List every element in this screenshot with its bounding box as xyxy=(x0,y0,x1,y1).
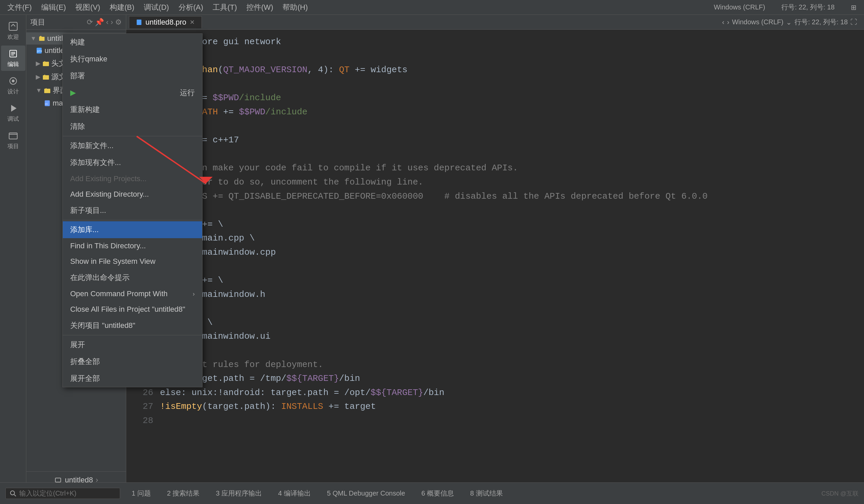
watermark: CSDN @互联 xyxy=(821,490,859,497)
ctx-run[interactable]: ▶ 运行 xyxy=(63,84,202,101)
menu-controls[interactable]: 控件(W) xyxy=(242,1,278,14)
line-ending-icon[interactable]: ⌄ xyxy=(786,18,792,26)
svg-rect-23 xyxy=(137,20,141,25)
panel-title: 项目 xyxy=(31,17,45,27)
ctx-popup-cmd[interactable]: 在此弹出命令提示 xyxy=(63,269,202,286)
menu-analyze[interactable]: 分析(A) xyxy=(174,1,208,14)
svg-rect-8 xyxy=(9,133,17,139)
ctx-show-filesystem[interactable]: Show in File System View xyxy=(63,254,202,269)
svg-text:ui: ui xyxy=(45,102,48,105)
code-line-8: CONFIG += c++17 xyxy=(133,133,857,147)
bottom-tab-qml-debug[interactable]: 5 QML Debugger Console xyxy=(322,488,410,499)
panel-next-icon[interactable]: › xyxy=(111,18,113,27)
ctx-deploy[interactable]: 部署 xyxy=(63,67,202,84)
ctx-new-subproject[interactable]: 新子项目... xyxy=(63,202,202,219)
menu-tools[interactable]: 工具(T) xyxy=(208,1,242,14)
ctx-sep-1 xyxy=(63,136,202,136)
ctx-clean[interactable]: 清除 xyxy=(63,118,202,135)
tab-close-icon[interactable]: ✕ xyxy=(190,19,195,26)
menu-build[interactable]: 构建(B) xyxy=(105,1,139,14)
code-line-22: mainwindow.ui xyxy=(133,330,857,344)
code-editor[interactable]: += core gui network greaterThan(QT_MAJOR… xyxy=(126,30,864,504)
sidebar-edit-label: 编辑 xyxy=(8,60,19,68)
bottom-tab-7-label: 测试结果 xyxy=(476,490,503,497)
bottom-tab-6-num: 6 xyxy=(421,490,425,497)
ctx-expand[interactable]: 展开 xyxy=(63,336,202,353)
panel-prev-icon[interactable]: ‹ xyxy=(106,18,108,27)
rowcol-label: 行号: 22, 列号: 18 xyxy=(794,17,848,27)
ctx-build[interactable]: 构建 xyxy=(63,34,202,51)
code-line-4 xyxy=(133,77,857,91)
bottom-tab-2-label: 搜索结果 xyxy=(172,490,200,497)
bottom-tab-problems[interactable]: 1 问题 xyxy=(127,487,156,500)
menu-help[interactable]: 帮助(H) xyxy=(278,1,313,14)
bottom-tab-search[interactable]: 2 搜索结果 xyxy=(162,487,205,500)
bottom-tab-4-label: 编译输出 xyxy=(284,490,311,497)
sidebar-debug-label: 调试 xyxy=(8,115,19,123)
ctx-rebuild[interactable]: 重新构建 xyxy=(63,101,202,118)
sidebar-item-debug[interactable]: 调试 xyxy=(1,100,25,125)
sidebar-item-project[interactable]: 项目 xyxy=(1,127,25,153)
panel-pin-icon[interactable]: 📌 xyxy=(95,18,104,27)
bottom-tab-test[interactable]: 8 测试结果 xyxy=(465,487,507,500)
sidebar-project-label: 项目 xyxy=(8,143,19,150)
svg-point-24 xyxy=(11,491,14,495)
bottom-tab-4-num: 4 xyxy=(278,490,282,497)
expand-editor-icon[interactable]: ⛶ xyxy=(851,18,857,26)
sidebar-item-edit[interactable]: 编辑 xyxy=(1,46,25,71)
bottom-tab-5-num: 5 xyxy=(327,490,331,497)
ctx-arrow-icon: › xyxy=(193,291,195,297)
ctx-add-library[interactable]: 添加库... xyxy=(63,221,202,238)
ctx-expand-all[interactable]: 展开全部 xyxy=(63,370,202,387)
bottom-tab-app-output[interactable]: 3 应用程序输出 xyxy=(211,487,267,500)
editor-area: untitled8.pro ✕ ‹ › Windows (CRLF) ⌄ 行号:… xyxy=(126,15,864,504)
code-line-9 xyxy=(133,147,857,162)
code-line-11: # In order to do so, uncomment the follo… xyxy=(133,175,857,189)
tab-nav-prev[interactable]: ‹ xyxy=(722,18,724,26)
code-line-10: # You can make your code fail to compile… xyxy=(133,161,857,175)
code-line-7 xyxy=(133,120,857,134)
panel-sync-icon[interactable]: ⟳ xyxy=(87,18,93,27)
panel-header-icons: ⟳ 📌 ‹ › ⚙ xyxy=(87,18,122,27)
bottom-tab-3-label: 应用程序输出 xyxy=(221,490,262,497)
sidebar-item-design[interactable]: 设计 xyxy=(1,73,25,98)
ctx-qmake[interactable]: 执行qmake xyxy=(63,51,202,67)
svg-line-25 xyxy=(14,494,16,496)
ctx-open-cmd-with[interactable]: Open Command Prompt With › xyxy=(63,286,202,302)
tab-nav-next[interactable]: › xyxy=(727,18,729,26)
menu-debug[interactable]: 调试(D) xyxy=(139,1,174,14)
svg-marker-7 xyxy=(11,105,16,112)
svg-rect-0 xyxy=(9,22,17,30)
code-line-15: main.cpp \ xyxy=(133,231,857,246)
search-box[interactable] xyxy=(5,488,120,499)
menu-file[interactable]: 文件(F) xyxy=(3,1,36,14)
ctx-add-new-file[interactable]: 添加新文件... xyxy=(63,137,202,154)
bottom-tab-compile[interactable]: 4 编译输出 xyxy=(273,487,315,500)
row-col-status: 行号: 22, 列号: 18 xyxy=(777,1,839,13)
bottom-tab-summary[interactable]: 6 概要信息 xyxy=(417,487,459,500)
code-line-19: mainwindow.h xyxy=(133,288,857,302)
ctx-add-existing-file[interactable]: 添加现有文件... xyxy=(63,154,202,171)
ctx-add-existing-dir[interactable]: Add Existing Directory... xyxy=(63,186,202,202)
menu-edit[interactable]: 编辑(E) xyxy=(36,1,71,14)
search-input[interactable] xyxy=(19,490,107,497)
panel-header: 项目 ⟳ 📌 ‹ › ⚙ xyxy=(26,15,126,30)
ctx-collapse-all[interactable]: 折叠全部 xyxy=(63,353,202,370)
panel-gear-icon[interactable]: ⚙ xyxy=(115,18,122,27)
sidebar-welcome-label: 欢迎 xyxy=(8,33,19,41)
svg-point-6 xyxy=(12,79,14,82)
sidebar-item-welcome[interactable]: 欢迎 xyxy=(1,18,25,44)
ctx-close-project[interactable]: 关闭项目 "untitled8" xyxy=(63,317,202,334)
code-line-14: SOURCES += \ xyxy=(133,218,857,232)
svg-rect-19 xyxy=(55,478,61,482)
menu-view[interactable]: 视图(V) xyxy=(71,1,105,14)
code-line-23 xyxy=(133,344,857,358)
bottom-tab-3-num: 3 xyxy=(216,490,219,497)
expand-icon[interactable]: ⊞ xyxy=(846,2,861,13)
menu-bar: 文件(F) 编辑(E) 视图(V) 构建(B) 调试(D) 分析(A) 工具(T… xyxy=(0,0,864,15)
code-line-20 xyxy=(133,302,857,316)
bottom-tab-1-label: 问题 xyxy=(137,490,151,497)
ctx-find-in-dir[interactable]: Find in This Directory... xyxy=(63,238,202,254)
ctx-close-all-files[interactable]: Close All Files in Project "untitled8" xyxy=(63,302,202,317)
tab-pro-file[interactable]: untitled8.pro ✕ xyxy=(129,16,202,28)
